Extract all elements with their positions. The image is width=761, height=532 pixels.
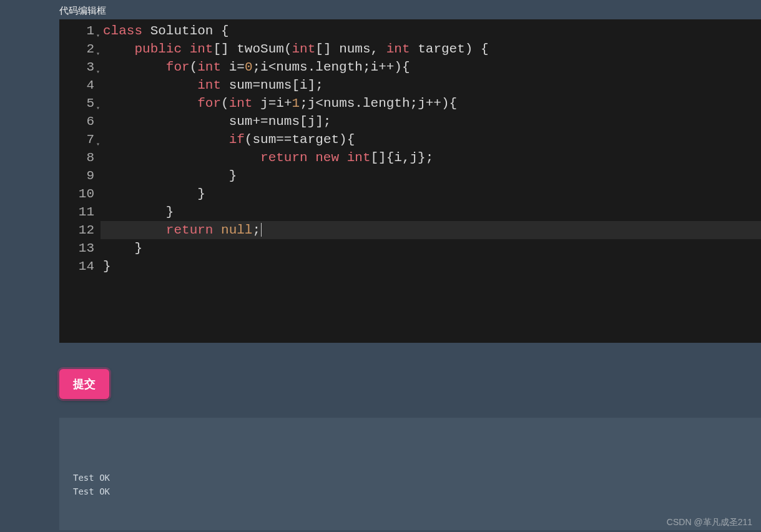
watermark: CSDN @革凡成圣211: [667, 517, 752, 528]
submit-button[interactable]: 提交: [59, 369, 109, 399]
code-line[interactable]: public int[] twoSum(int[] nums, int targ…: [101, 40, 761, 58]
line-number: 1▾: [63, 22, 94, 40]
line-number: 10: [63, 185, 94, 203]
line-number: 13: [63, 239, 94, 257]
line-number: 12: [63, 221, 94, 239]
line-number: 9: [63, 167, 94, 185]
code-line[interactable]: class Solution {: [101, 22, 761, 40]
line-number: 4: [63, 76, 94, 94]
code-line[interactable]: }: [101, 185, 761, 203]
fold-icon[interactable]: ▾: [96, 63, 100, 81]
fold-icon[interactable]: ▾: [96, 27, 100, 45]
output-line: Test OK: [73, 471, 747, 485]
code-area[interactable]: class Solution { public int[] twoSum(int…: [101, 19, 761, 343]
code-line[interactable]: }: [101, 239, 761, 257]
code-line[interactable]: int sum=nums[i];: [101, 76, 761, 94]
output-line: Test OK: [73, 485, 747, 498]
editor-label: 代码编辑框: [59, 0, 761, 19]
line-number: 5▾: [63, 94, 94, 112]
code-line[interactable]: }: [101, 257, 761, 275]
code-line[interactable]: return new int[]{i,j};: [101, 149, 761, 167]
code-line[interactable]: if(sum==target){: [101, 131, 761, 149]
gutter: 1▾2▾3▾45▾67▾891011121314: [59, 19, 101, 343]
code-line[interactable]: }: [101, 203, 761, 221]
code-line[interactable]: for(int i=0;i<nums.length;i++){: [101, 58, 761, 76]
line-number: 7▾: [63, 131, 94, 149]
code-line[interactable]: for(int j=i+1;j<nums.length;j++){: [101, 94, 761, 112]
code-editor[interactable]: 1▾2▾3▾45▾67▾891011121314 class Solution …: [59, 19, 761, 343]
code-line[interactable]: }: [101, 167, 761, 185]
code-line[interactable]: return null;: [101, 221, 761, 239]
line-number: 3▾: [63, 58, 94, 76]
line-number: 11: [63, 203, 94, 221]
line-number: 8: [63, 149, 94, 167]
fold-icon[interactable]: ▾: [96, 45, 100, 63]
line-number: 2▾: [63, 40, 94, 58]
code-line[interactable]: sum+=nums[j];: [101, 112, 761, 131]
fold-icon[interactable]: ▾: [96, 99, 100, 117]
line-number: 14: [63, 257, 94, 275]
line-number: 6: [63, 112, 94, 131]
output-panel: Test OKTest OK: [59, 418, 761, 530]
fold-icon[interactable]: ▾: [96, 135, 100, 154]
